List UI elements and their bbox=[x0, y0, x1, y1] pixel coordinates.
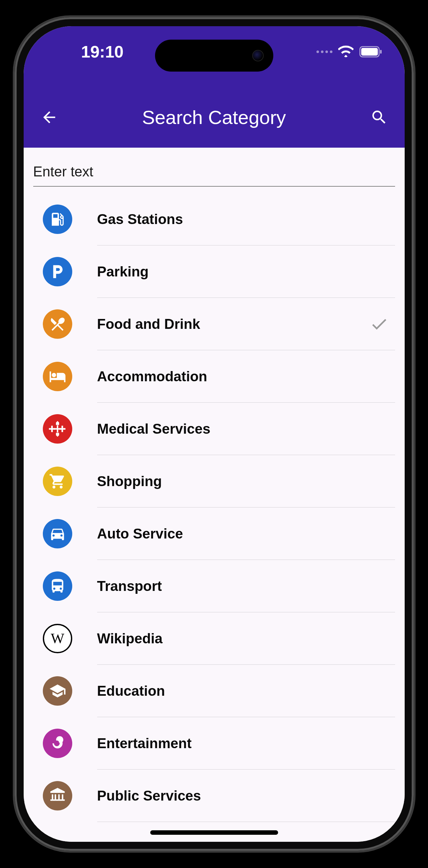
content: Gas StationsParkingFood and DrinkAccommo… bbox=[24, 148, 405, 842]
category-label: Wikipedia bbox=[97, 630, 395, 647]
signal-dots-icon bbox=[316, 51, 332, 53]
wifi-icon bbox=[338, 45, 354, 58]
status-time: 19:10 bbox=[43, 42, 124, 61]
svg-rect-2 bbox=[380, 50, 381, 54]
category-row-entertainment[interactable]: Entertainment bbox=[24, 717, 405, 770]
category-label: Education bbox=[97, 683, 395, 699]
phone-frame: 19:10 Search Category bbox=[13, 16, 416, 852]
category-row-medical[interactable]: Medical Services bbox=[24, 403, 405, 455]
category-label: Shopping bbox=[97, 473, 395, 489]
category-list: Gas StationsParkingFood and DrinkAccommo… bbox=[24, 187, 405, 822]
food-icon bbox=[43, 309, 72, 339]
svg-rect-1 bbox=[361, 48, 378, 56]
category-row-gas[interactable]: Gas Stations bbox=[24, 193, 405, 245]
search-button[interactable] bbox=[363, 101, 395, 133]
category-label: Food and Drink bbox=[97, 316, 369, 332]
home-indicator[interactable] bbox=[150, 830, 278, 835]
camera-lens bbox=[252, 50, 264, 61]
search-input[interactable] bbox=[33, 157, 395, 187]
divider bbox=[97, 822, 395, 822]
dynamic-island bbox=[155, 40, 273, 71]
medical-icon bbox=[43, 414, 72, 443]
category-label: Public Services bbox=[97, 788, 395, 804]
category-row-shopping[interactable]: Shopping bbox=[24, 455, 405, 507]
wikipedia-icon bbox=[43, 624, 72, 653]
search-icon bbox=[370, 108, 388, 126]
category-label: Auto Service bbox=[97, 526, 395, 542]
category-row-wikipedia[interactable]: Wikipedia bbox=[24, 612, 405, 665]
check-icon bbox=[369, 314, 389, 334]
status-right bbox=[316, 45, 386, 58]
car-icon bbox=[43, 519, 72, 549]
spiral-icon bbox=[43, 728, 72, 758]
category-label: Entertainment bbox=[97, 735, 395, 751]
parking-icon bbox=[43, 257, 72, 286]
category-row-education[interactable]: Education bbox=[24, 665, 405, 717]
page-title: Search Category bbox=[65, 106, 363, 128]
category-label: Parking bbox=[97, 264, 395, 280]
category-label: Medical Services bbox=[97, 421, 395, 437]
category-row-auto[interactable]: Auto Service bbox=[24, 507, 405, 560]
bus-icon bbox=[43, 571, 72, 601]
category-row-accommodation[interactable]: Accommodation bbox=[24, 350, 405, 403]
category-label: Transport bbox=[97, 578, 395, 594]
bank-icon bbox=[43, 781, 72, 810]
category-row-public[interactable]: Public Services bbox=[24, 770, 405, 822]
battery-icon bbox=[359, 46, 382, 58]
arrow-left-icon bbox=[40, 108, 58, 126]
screen: 19:10 Search Category bbox=[24, 26, 405, 842]
category-label: Accommodation bbox=[97, 369, 395, 384]
gas-pump-icon bbox=[43, 205, 72, 234]
category-row-parking[interactable]: Parking bbox=[24, 245, 405, 298]
category-row-transport[interactable]: Transport bbox=[24, 560, 405, 612]
app-bar: Search Category bbox=[24, 87, 405, 148]
graduation-icon bbox=[43, 676, 72, 706]
cart-icon bbox=[43, 467, 72, 496]
search-input-wrap bbox=[24, 148, 405, 187]
category-label: Gas Stations bbox=[97, 211, 395, 227]
bed-icon bbox=[43, 362, 72, 391]
category-row-food[interactable]: Food and Drink bbox=[24, 298, 405, 350]
back-button[interactable] bbox=[33, 101, 65, 133]
